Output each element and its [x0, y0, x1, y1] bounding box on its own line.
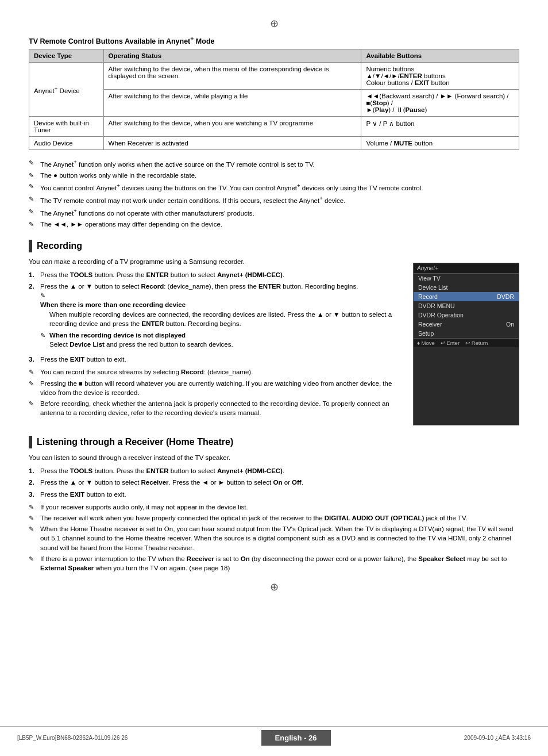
table-title: TV Remote Control Buttons Available in A… — [29, 36, 519, 45]
listening-notes: ✎ If your receiver supports audio only, … — [29, 502, 519, 573]
menu-item-receiver: ReceiverOn — [414, 320, 519, 329]
note-icon: ✎ — [29, 195, 38, 204]
page-footer: [LB5P_W.Euro]BN68-02362A-01L09.i26 26 En… — [0, 726, 548, 746]
menu-item-dvdr-operation: DVDR Operation — [414, 310, 519, 320]
buttons-pv: P ∨ / P ∧ button — [361, 117, 519, 137]
note-icon: ✎ — [40, 332, 47, 339]
status-playing-file: After switching to the device, while pla… — [103, 90, 361, 117]
footer-center: English - 26 — [261, 730, 331, 746]
note-item: ✎ The Anynet+ function only works when t… — [29, 158, 519, 169]
note-item: ✎ The ● button works only while in the r… — [29, 171, 519, 180]
step-2: 2. Press the ▲ or ▼ button to select Rec… — [29, 282, 405, 352]
listen-step-2: 2. Press the ▲ or ▼ button to select Rec… — [29, 478, 519, 487]
note-item: ✎ The ◄◄, ►► operations may differ depen… — [29, 220, 519, 229]
listening-steps: 1. Press the TOOLS button. Press the ENT… — [29, 466, 519, 498]
subnote-item: ✎ When there is more than one recording … — [40, 291, 405, 328]
buttons-numeric: Numeric buttons ▲/▼/◄/►/ENTER buttons Co… — [361, 63, 519, 90]
note-icon: ✎ — [29, 379, 38, 388]
device-tuner: Device with built-in Tuner — [29, 117, 104, 137]
step-1: 1. Press the TOOLS button. Press the ENT… — [29, 270, 405, 279]
recording-title: Recording — [37, 241, 82, 251]
menu-item-device-list: Device List — [414, 283, 519, 292]
anynet-menu: Anynet+ View TV Device List RecordDVDR D… — [413, 263, 519, 425]
footer-left: [LB5P_W.Euro]BN68-02362A-01L09.i26 26 — [17, 735, 128, 741]
col-header-status: Operating Status — [103, 49, 361, 63]
note-icon: ✎ — [29, 368, 38, 377]
note-item: ✎ If your receiver supports audio only, … — [29, 502, 519, 512]
table-row: Device with built-in Tuner After switchi… — [29, 117, 519, 137]
top-decorative-symbol: ⊕ — [29, 17, 519, 30]
recording-content: You can make a recording of a TV program… — [29, 257, 519, 425]
anynet-menu-header: Anynet+ — [414, 263, 519, 274]
page: ⊕ TV Remote Control Buttons Available in… — [0, 0, 548, 756]
recording-notes: ✎ You can record the source streams by s… — [29, 367, 405, 417]
note-icon: ✎ — [29, 503, 38, 512]
listen-step-3: 3. Press the EXIT button to exit. — [29, 490, 519, 499]
col-header-buttons: Available Buttons — [361, 49, 519, 63]
recording-section-header: Recording — [29, 240, 519, 252]
menu-item-record: RecordDVDR — [414, 292, 519, 301]
col-header-device: Device Type — [29, 49, 104, 63]
section-bar-listening — [29, 436, 32, 448]
note-icon: ✎ — [29, 514, 38, 523]
note-item: ✎ The Anynet+ functions do not operate w… — [29, 207, 519, 218]
recording-intro: You can make a recording of a TV program… — [29, 257, 405, 267]
listen-step-1: 1. Press the TOOLS button. Press the ENT… — [29, 466, 519, 475]
listening-title: Listening through a Receiver (Home Theat… — [37, 437, 233, 447]
note-item: ✎ The TV remote control may not work und… — [29, 194, 519, 205]
table-notes: ✎ The Anynet+ function only works when t… — [29, 158, 519, 229]
recording-steps: 1. Press the TOOLS button. Press the ENT… — [29, 270, 405, 364]
note-icon: ✎ — [29, 555, 38, 563]
status-receiver: When Receiver is activated — [103, 137, 361, 150]
note-item: ✎ The receiver will work when you have p… — [29, 513, 519, 523]
note-icon: ✎ — [29, 208, 38, 216]
note-item: ✎ Pressing the ■ button will record what… — [29, 379, 405, 397]
anynet-menu-footer: ♦ Move↵ Enter↩ Return — [414, 338, 519, 347]
note-item: ✎ You can record the source streams by s… — [29, 367, 405, 377]
device-audio: Audio Device — [29, 137, 104, 150]
recording-text: You can make a recording of a TV program… — [29, 257, 405, 425]
note-item: ✎ If there is a power interruption to th… — [29, 554, 519, 573]
note-icon: ✎ — [29, 525, 38, 534]
step-3: 3. Press the EXIT button to exit. — [29, 355, 405, 364]
table-row: Audio Device When Receiver is activated … — [29, 137, 519, 150]
bottom-decorative-symbol: ⊕ — [29, 581, 519, 593]
footer-right: 2009-09-10 ¿ÀÈÄ 3:43:16 — [464, 735, 531, 741]
listening-section-header: Listening through a Receiver (Home Theat… — [29, 436, 519, 448]
buttons-playback: ◄◄(Backward search) / ►► (Forward search… — [361, 90, 519, 117]
listening-intro: You can listen to sound through a receiv… — [29, 453, 519, 463]
note-item: ✎ You cannot control Anynet+ devices usi… — [29, 182, 519, 193]
table-row: Anynet+ Device After switching to the de… — [29, 63, 519, 90]
device-anynet: Anynet+ Device — [29, 63, 104, 117]
subnote-item: ✎ When the recording device is not displ… — [40, 331, 405, 349]
note-icon: ✎ — [40, 291, 49, 300]
note-icon: ✎ — [29, 182, 38, 191]
note-icon: ✎ — [29, 400, 38, 408]
menu-item-setup: Setup — [414, 329, 519, 338]
note-icon: ✎ — [29, 159, 38, 167]
note-icon: ✎ — [29, 220, 38, 229]
note-icon: ✎ — [29, 171, 38, 180]
remote-control-table: Device Type Operating Status Available B… — [29, 49, 519, 150]
buttons-volume: Volume / MUTE button — [361, 137, 519, 150]
menu-item-view-tv: View TV — [414, 274, 519, 283]
status-watching-tv: After switching to the device, when you … — [103, 117, 361, 137]
section-bar — [29, 240, 32, 252]
menu-item-dvdr-menu: DVDR MENU — [414, 301, 519, 310]
note-item: ✎ Before recording, check whether the an… — [29, 399, 405, 417]
note-item: ✎ When the Home Theatre receiver is set … — [29, 524, 519, 552]
step-2-subnotes: ✎ When there is more than one recording … — [40, 291, 405, 350]
status-switching-menu: After switching to the device, when the … — [103, 63, 361, 90]
